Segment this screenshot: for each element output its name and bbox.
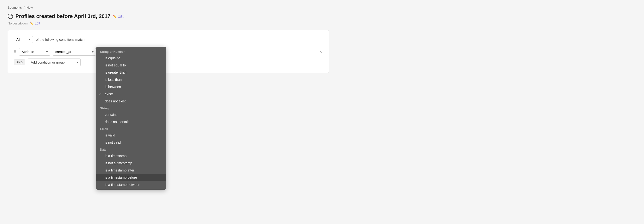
breadcrumb: Segments / New — [8, 6, 329, 9]
dropdown-item[interactable]: is greater than — [96, 69, 166, 76]
remove-condition-button[interactable]: × — [318, 48, 323, 55]
match-all-select[interactable]: All Any — [14, 36, 33, 43]
dropdown-group-label: Email — [96, 125, 166, 132]
pencil-icon-desc: ✏️ — [30, 22, 34, 25]
dropdown-item[interactable]: is equal to — [96, 54, 166, 62]
dropdown-group-label: String — [96, 105, 166, 111]
operator-dropdown: String or Numberis equal tois not equal … — [96, 47, 166, 190]
description-row: No description ✏️ Edit — [8, 21, 329, 25]
and-row: AND Add condition or group — [14, 59, 323, 66]
dropdown-item[interactable]: is a timestamp between — [96, 181, 166, 188]
title-edit-button[interactable]: ✏️ Edit — [113, 14, 123, 18]
dropdown-item[interactable]: is a timestamp — [96, 152, 166, 159]
dropdown-item[interactable]: contains — [96, 111, 166, 118]
condition-field-select[interactable]: created_at — [53, 48, 96, 56]
dropdown-group-label: String or Number — [96, 48, 166, 54]
page-title-row: ↺ Profiles created before April 3rd, 201… — [8, 13, 329, 19]
dropdown-group-label: Date — [96, 146, 166, 152]
conditions-header: All Any of the following conditions matc… — [14, 36, 323, 43]
dropdown-item[interactable]: is less than — [96, 76, 166, 83]
breadcrumb-parent[interactable]: Segments — [8, 6, 22, 9]
dropdown-item[interactable]: is not equal to — [96, 62, 166, 69]
dropdown-item[interactable]: is a timestamp after — [96, 167, 166, 174]
description-edit-button[interactable]: ✏️ Edit — [30, 21, 40, 25]
page-title-icon: ↺ — [8, 14, 13, 19]
condition-row: ⠿ Attribute created_at exists × — [14, 48, 323, 56]
dropdown-item[interactable]: is valid — [96, 132, 166, 139]
breadcrumb-separator: / — [24, 6, 25, 9]
breadcrumb-current: New — [26, 6, 33, 9]
dropdown-item[interactable]: does not contain — [96, 118, 166, 125]
dropdown-item[interactable]: ✓exists — [96, 90, 166, 98]
dropdown-item[interactable]: is not a timestamp — [96, 159, 166, 167]
page-title: Profiles created before April 3rd, 2017 — [16, 13, 110, 19]
dropdown-item[interactable]: does not exist — [96, 98, 166, 105]
pencil-icon: ✏️ — [113, 15, 117, 18]
condition-type-select[interactable]: Attribute — [19, 48, 50, 56]
description-text: No description — [8, 22, 28, 25]
conditions-match-text: of the following conditions match — [36, 38, 84, 41]
dropdown-item[interactable]: is a timestamp before — [96, 174, 166, 181]
drag-handle[interactable]: ⠿ — [14, 50, 16, 54]
dropdown-item[interactable]: is between — [96, 83, 166, 90]
dropdown-item[interactable]: is not valid — [96, 139, 166, 146]
conditions-card: All Any of the following conditions matc… — [8, 30, 329, 73]
add-condition-select[interactable]: Add condition or group — [28, 59, 80, 66]
and-badge: AND — [14, 59, 25, 65]
